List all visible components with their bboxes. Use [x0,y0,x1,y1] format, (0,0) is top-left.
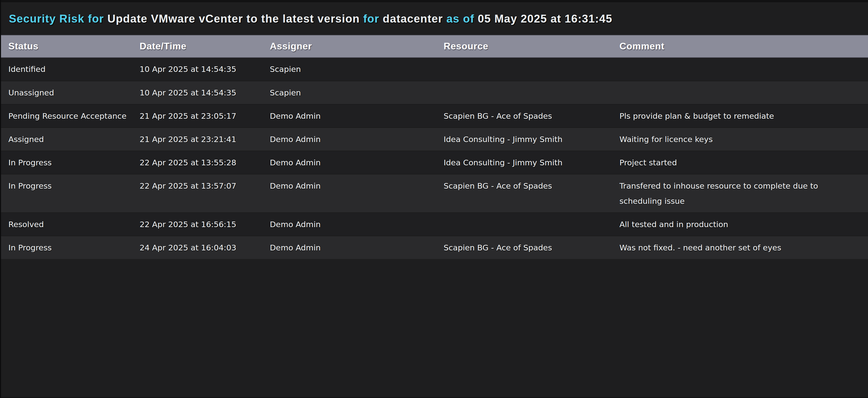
risk-status-report-page: Security Risk for Update VMware vCenter … [0,0,868,398]
title-segment: 05 May 2025 at 16:31:45 [478,12,612,25]
cell-resource: Scapien BG - Ace of Spades [444,108,619,124]
table-header-row: Status Date/Time Assigner Resource Comme… [0,35,868,58]
cell-status: In Progress [8,178,140,193]
cell-datetime: 10 Apr 2025 at 14:54:35 [140,85,270,100]
cell-comment: Pls provide plan & budget to remediate [619,108,860,124]
cell-assigner: Demo Admin [270,217,444,232]
window-left-edge [0,0,1,398]
title-segment-accent: for [363,12,383,25]
cell-assigner: Scapien [270,62,444,77]
cell-resource: Idea Consulting - Jimmy Smith [444,132,619,147]
cell-comment: Waiting for licence keys [619,132,860,147]
table-row: In Progress22 Apr 2025 at 13:57:07Demo A… [0,174,868,212]
column-header-comment: Comment [619,41,860,52]
cell-assigner: Demo Admin [270,132,444,147]
cell-assigner: Demo Admin [270,240,444,255]
cell-status: In Progress [8,240,140,255]
cell-resource: Scapien BG - Ace of Spades [444,178,619,193]
page-title: Security Risk for Update VMware vCenter … [9,12,612,25]
cell-datetime: 22 Apr 2025 at 13:57:07 [140,178,270,193]
cell-status: Resolved [8,217,140,232]
column-header-resource: Resource [444,41,619,52]
cell-status: Assigned [8,132,140,147]
cell-resource: Scapien BG - Ace of Spades [444,240,619,255]
column-header-assigner: Assigner [270,41,444,52]
cell-assigner: Demo Admin [270,178,444,193]
cell-comment: Transfered to inhouse resource to comple… [619,178,860,209]
table-row: Pending Resource Acceptance21 Apr 2025 a… [0,104,868,127]
title-segment: datacenter [383,12,446,25]
cell-status: Identified [8,62,140,77]
cell-datetime: 10 Apr 2025 at 14:54:35 [140,62,270,77]
table-row: Identified10 Apr 2025 at 14:54:35Scapien [0,58,868,81]
cell-comment: All tested and in production [619,217,860,232]
status-history-table: Status Date/Time Assigner Resource Comme… [0,35,868,259]
cell-datetime: 22 Apr 2025 at 13:55:28 [140,155,270,170]
table-row: Assigned21 Apr 2025 at 23:21:41Demo Admi… [0,127,868,151]
cell-datetime: 22 Apr 2025 at 16:56:15 [140,217,270,232]
cell-comment: Was not fixed. - need another set of eye… [619,240,860,255]
table-row: In Progress22 Apr 2025 at 13:55:28Demo A… [0,151,868,174]
table-row: In Progress24 Apr 2025 at 16:04:03Demo A… [0,236,868,259]
cell-datetime: 21 Apr 2025 at 23:05:17 [140,108,270,124]
window-bottom-edge [0,397,868,398]
title-segment: Update VMware vCenter to the latest vers… [107,12,363,25]
column-header-status: Status [8,41,140,52]
title-segment-accent: Security Risk for [9,12,107,25]
table-row: Unassigned10 Apr 2025 at 14:54:35Scapien [0,81,868,104]
cell-assigner: Demo Admin [270,108,444,124]
column-header-datetime: Date/Time [140,41,270,52]
cell-assigner: Demo Admin [270,155,444,170]
cell-datetime: 21 Apr 2025 at 23:21:41 [140,132,270,147]
title-bar: Security Risk for Update VMware vCenter … [0,2,868,35]
cell-status: In Progress [8,155,140,170]
table-body: Identified10 Apr 2025 at 14:54:35Scapien… [0,58,868,259]
table-row: Resolved22 Apr 2025 at 16:56:15Demo Admi… [0,212,868,236]
cell-datetime: 24 Apr 2025 at 16:04:03 [140,240,270,255]
cell-assigner: Scapien [270,85,444,100]
cell-resource: Idea Consulting - Jimmy Smith [444,155,619,170]
title-segment-accent: as of [446,12,478,25]
cell-status: Unassigned [8,85,140,100]
cell-comment: Project started [619,155,860,170]
cell-status: Pending Resource Acceptance [8,108,140,124]
window-top-edge [0,0,868,2]
